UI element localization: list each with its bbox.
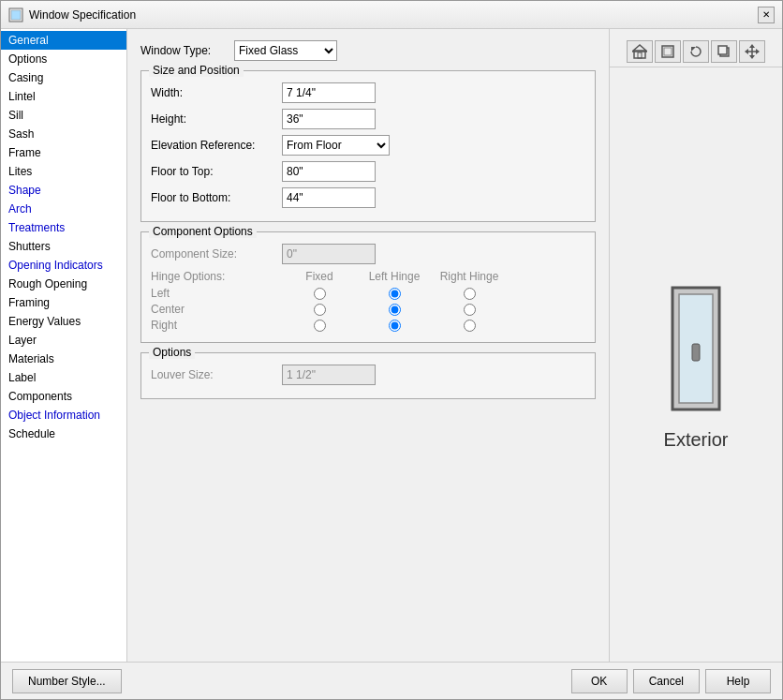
sidebar-item-lintel[interactable]: Lintel bbox=[1, 87, 126, 106]
preview-copy-btn[interactable] bbox=[711, 40, 737, 63]
svg-marker-12 bbox=[749, 44, 755, 48]
sidebar-item-energy-values[interactable]: Energy Values bbox=[1, 312, 126, 331]
hinge-options-label: Hinge Options: bbox=[151, 270, 282, 283]
dialog-icon bbox=[8, 7, 23, 22]
sidebar-item-general[interactable]: General bbox=[1, 31, 126, 50]
floor-to-bottom-row: Floor to Bottom: bbox=[151, 187, 585, 208]
sidebar-item-object-information[interactable]: Object Information bbox=[1, 406, 126, 424]
sidebar-item-schedule[interactable]: Schedule bbox=[1, 424, 126, 443]
hinge-right-righthinge-radio[interactable] bbox=[464, 320, 476, 332]
hinge-left-hinge-label: Left Hinge bbox=[357, 270, 432, 283]
hinge-center-row: Center bbox=[151, 303, 585, 316]
cancel-button[interactable]: Cancel bbox=[633, 669, 700, 693]
hinge-left-lefthinge-cell bbox=[357, 288, 432, 300]
sidebar-item-frame[interactable]: Frame bbox=[1, 143, 126, 162]
preview-arrows-btn[interactable] bbox=[739, 40, 765, 63]
options-content: Louver Size: bbox=[151, 365, 585, 385]
sidebar-item-lites[interactable]: Lites bbox=[1, 162, 126, 181]
hinge-left-righthinge-radio[interactable] bbox=[464, 288, 476, 300]
svg-rect-6 bbox=[664, 48, 672, 55]
svg-marker-7 bbox=[691, 47, 696, 52]
hinge-options-header: Hinge Options: Fixed Left Hinge Right Hi… bbox=[151, 270, 585, 283]
hinge-right-label: Right bbox=[151, 319, 282, 332]
hinge-left-row: Left bbox=[151, 287, 585, 300]
louver-size-row: Louver Size: bbox=[151, 365, 585, 385]
hinge-center-lefthinge-radio[interactable] bbox=[389, 304, 401, 316]
louver-size-label: Louver Size: bbox=[151, 368, 282, 381]
floor-to-top-row: Floor to Top: bbox=[151, 161, 585, 182]
ok-button[interactable]: OK bbox=[571, 669, 628, 693]
close-button[interactable]: ✕ bbox=[758, 7, 775, 23]
size-position-group: Size and Position Width: Height: Elevati… bbox=[140, 70, 596, 222]
hinge-left-label: Left bbox=[151, 287, 282, 300]
sidebar-item-options[interactable]: Options bbox=[1, 50, 126, 68]
sidebar-item-sash[interactable]: Sash bbox=[1, 125, 126, 143]
hinge-right-lefthinge-radio[interactable] bbox=[389, 320, 401, 332]
component-size-input bbox=[282, 244, 376, 264]
svg-marker-15 bbox=[756, 49, 760, 54]
sidebar-item-casing[interactable]: Casing bbox=[1, 68, 126, 87]
height-input[interactable] bbox=[282, 109, 376, 129]
height-row: Height: bbox=[151, 109, 585, 129]
sidebar-item-arch[interactable]: Arch bbox=[1, 200, 126, 218]
width-row: Width: bbox=[151, 82, 585, 103]
floor-to-top-input[interactable] bbox=[282, 161, 376, 182]
hinge-left-lefthinge-radio[interactable] bbox=[389, 288, 401, 300]
sidebar-item-materials[interactable]: Materials bbox=[1, 350, 126, 368]
preview-frame-btn[interactable] bbox=[655, 40, 681, 63]
floor-to-bottom-input[interactable] bbox=[282, 187, 376, 208]
sidebar-item-sill[interactable]: Sill bbox=[1, 106, 126, 125]
dialog-body: General Options Casing Lintel Sill Sash … bbox=[1, 29, 782, 662]
window-preview-svg bbox=[668, 283, 724, 414]
width-label: Width: bbox=[151, 86, 282, 99]
window-specification-dialog: Window Specification ✕ General Options C… bbox=[0, 0, 783, 700]
svg-marker-14 bbox=[745, 49, 748, 54]
preview-rotate-btn[interactable] bbox=[683, 40, 709, 63]
sidebar-item-framing[interactable]: Framing bbox=[1, 293, 126, 312]
svg-marker-13 bbox=[749, 55, 755, 59]
hinge-right-hinge-label: Right Hinge bbox=[432, 270, 507, 283]
sidebar-item-label[interactable]: Label bbox=[1, 368, 126, 387]
copy-icon bbox=[717, 44, 731, 59]
width-input[interactable] bbox=[282, 82, 376, 103]
sidebar-item-layer[interactable]: Layer bbox=[1, 331, 126, 350]
hinge-left-fixed-radio[interactable] bbox=[314, 288, 326, 300]
rotate-icon bbox=[688, 44, 703, 59]
dialog-title: Window Specification bbox=[29, 8, 136, 22]
title-bar: Window Specification ✕ bbox=[1, 1, 782, 29]
elevation-ref-select[interactable]: From Floor bbox=[282, 135, 390, 156]
number-style-button[interactable]: Number Style... bbox=[12, 669, 122, 693]
arrows-icon bbox=[745, 44, 760, 59]
sidebar-item-rough-opening[interactable]: Rough Opening bbox=[1, 275, 126, 293]
preview-home-btn[interactable] bbox=[627, 40, 653, 63]
sidebar-item-shutters[interactable]: Shutters bbox=[1, 237, 126, 256]
window-type-select[interactable]: Fixed Glass bbox=[234, 40, 337, 61]
svg-rect-1 bbox=[11, 10, 21, 20]
hinge-right-row: Right bbox=[151, 319, 585, 332]
size-position-content: Width: Height: Elevation Reference: From… bbox=[151, 82, 585, 208]
svg-rect-18 bbox=[692, 344, 700, 361]
hinge-center-fixed-radio[interactable] bbox=[314, 304, 326, 316]
component-size-row: Component Size: bbox=[151, 244, 585, 264]
svg-rect-4 bbox=[638, 52, 642, 58]
sidebar-item-treatments[interactable]: Treatments bbox=[1, 218, 126, 237]
window-type-row: Window Type: Fixed Glass bbox=[140, 40, 596, 61]
hinge-right-fixed-radio[interactable] bbox=[314, 320, 326, 332]
main-content: Window Type: Fixed Glass Size and Positi… bbox=[127, 29, 782, 662]
help-button[interactable]: Help bbox=[705, 669, 771, 693]
preview-window-image: Exterior bbox=[664, 71, 729, 662]
size-position-title: Size and Position bbox=[149, 64, 244, 77]
hinge-left-righthinge-cell bbox=[432, 288, 507, 300]
hinge-right-fixed-cell bbox=[282, 320, 357, 332]
sidebar-item-shape[interactable]: Shape bbox=[1, 181, 126, 200]
hinge-center-lefthinge-cell bbox=[357, 304, 432, 316]
floor-to-top-label: Floor to Top: bbox=[151, 165, 282, 178]
hinge-center-righthinge-radio[interactable] bbox=[464, 304, 476, 316]
hinge-center-righthinge-cell bbox=[432, 304, 507, 316]
floor-to-bottom-label: Floor to Bottom: bbox=[151, 191, 282, 204]
hinge-left-fixed-cell bbox=[282, 288, 357, 300]
preview-area: Exterior bbox=[609, 29, 782, 662]
sidebar-item-components[interactable]: Components bbox=[1, 387, 126, 406]
hinge-center-fixed-cell bbox=[282, 304, 357, 316]
sidebar-item-opening-indicators[interactable]: Opening Indicators bbox=[1, 256, 126, 275]
